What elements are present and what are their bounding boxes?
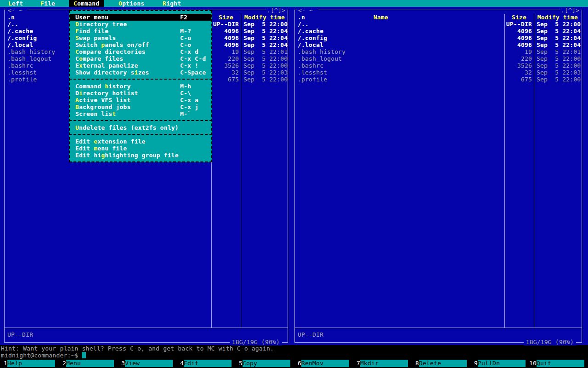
file-size: 4096	[454, 34, 532, 41]
menu-item-shortcut: C-x d	[180, 48, 198, 55]
file-row[interactable]: .bash_logout220Sep 5 22:00	[295, 55, 581, 62]
menubar-item-command[interactable]: Command	[69, 0, 104, 7]
menu-item-label: Command history	[75, 83, 130, 90]
menu-item-edit-extension-file[interactable]: Edit extension file	[70, 138, 211, 145]
file-name: .bash_logout	[298, 55, 342, 62]
menubar-item-right[interactable]: Right	[163, 0, 181, 7]
file-row[interactable]: /.local4096Sep 5 22:04	[295, 41, 581, 48]
menu-item-active-vfs-list[interactable]: Active VFS listC-x a	[70, 97, 211, 104]
menu-item-show-directory-sizes[interactable]: Show directory sizesC-Space	[70, 69, 211, 76]
function-key-bar: 1Help2Menu3View4Edit5Copy6RenMov7Mkdir8D…	[0, 360, 588, 368]
label-pre: D	[75, 90, 79, 97]
column-header-name[interactable]: Name	[301, 14, 460, 21]
column-header-size[interactable]: Size	[211, 14, 241, 21]
label-pre: C	[75, 55, 79, 62]
fkey-label: Help	[7, 360, 55, 367]
column-header-modify-time[interactable]: Modify time	[241, 14, 288, 21]
menu-item-compare-files[interactable]: Compare filesC-x C-d	[70, 55, 211, 62]
fkey-help[interactable]: 1Help	[0, 360, 59, 367]
fkey-edit[interactable]: 4Edit	[176, 360, 235, 367]
menu-item-label: Find file	[75, 28, 108, 34]
menubar-item-options[interactable]: Options	[119, 0, 144, 7]
column-header-size[interactable]: Size	[504, 14, 534, 21]
menu-separator	[70, 76, 211, 83]
label-post: ctive VFS list	[79, 97, 130, 104]
fkey-label: PullDn	[478, 360, 526, 367]
menubar-item-file[interactable]: File	[40, 0, 55, 7]
menubar-item-left[interactable]: Left	[8, 0, 23, 7]
label-hotkey: O	[119, 0, 122, 7]
label-hotkey: S	[75, 34, 79, 41]
file-mtime: Sep 5 22:04	[537, 34, 581, 41]
fkey-number: 9	[470, 360, 478, 367]
menu-item-undelete-files-ext2fs-only[interactable]: Undelete files (ext2fs only)	[70, 124, 211, 131]
panel-path-title[interactable]: <- ~	[6, 7, 28, 14]
disk-usage-stats: 18G/19G (90%)	[524, 339, 576, 345]
fkey-menu[interactable]: 2Menu	[59, 360, 118, 367]
file-row[interactable]: .bashrc3526Sep 5 22:00	[295, 62, 581, 69]
panel-path-title[interactable]: <- ~	[297, 7, 318, 14]
column-header-modify-time[interactable]: Modify time	[534, 14, 582, 21]
menu-item-edit-menu-file[interactable]: Edit menu file	[70, 145, 211, 152]
menu-item-edit-highlighting-group-file[interactable]: Edit highlighting group file	[70, 152, 211, 159]
label-hotkey: D	[75, 21, 79, 28]
file-size: UP--DIR	[454, 21, 532, 28]
fkey-copy[interactable]: 5Copy	[235, 360, 294, 367]
label-pre: Command	[75, 83, 105, 90]
file-mtime: Sep 5 22:00	[243, 76, 288, 83]
file-mtime: Sep 5 22:04	[537, 28, 581, 34]
fkey-view[interactable]: 3View	[118, 360, 176, 367]
menu-item-command-history[interactable]: Command historyM-h	[70, 83, 211, 90]
menu-item-shortcut: M-h	[180, 83, 191, 90]
menu-item-compare-directories[interactable]: Compare directoriesC-x d	[70, 48, 211, 55]
menu-item-shortcut: M-?	[180, 28, 191, 34]
file-name: /.local	[298, 41, 323, 48]
menu-item-shortcut: C-u	[180, 34, 191, 41]
file-row[interactable]: /..UP--DIRSep 5 22:00	[295, 21, 581, 28]
menu-item-label: Switch panels on/off	[75, 41, 149, 48]
fkey-label: Delete	[419, 360, 467, 367]
label-hotkey: B	[75, 104, 79, 110]
label-hotkey: t	[112, 110, 116, 117]
label-hotkey: p	[101, 41, 105, 48]
label-pre: User menu	[75, 14, 108, 21]
fkey-pulldn[interactable]: 9PullDn	[470, 360, 529, 367]
label-post: ommand	[77, 0, 99, 7]
fkey-renmov[interactable]: 6RenMov	[294, 360, 353, 367]
menu-item-directory-hotlist[interactable]: Directory hotlistC-\	[70, 90, 211, 97]
label-post: ackground jobs	[79, 104, 130, 110]
file-size: 4096	[454, 28, 532, 34]
menu-item-background-jobs[interactable]: Background jobsC-x j	[70, 104, 211, 110]
file-row[interactable]: .profile675Sep 5 22:00	[295, 76, 581, 83]
panel-corner-marks[interactable]: .[^]>	[560, 7, 580, 14]
menu-item-find-file[interactable]: Find fileM-?	[70, 28, 211, 34]
fkey-mkdir[interactable]: 7Mkdir	[353, 360, 412, 367]
fkey-delete[interactable]: 8Delete	[412, 360, 470, 367]
file-row[interactable]: /.config4096Sep 5 22:04	[295, 34, 581, 41]
menu-item-screen-list[interactable]: Screen listM-`	[70, 110, 211, 117]
label-post: istory	[108, 83, 130, 90]
file-row[interactable]: .lesshst32Sep 5 22:03	[295, 69, 581, 76]
menu-item-user-menu[interactable]: User menuF2	[70, 14, 211, 21]
label-pre: Edit	[75, 138, 94, 145]
menu-item-directory-tree[interactable]: Directory tree	[70, 21, 211, 28]
file-mtime: Sep 5 22:00	[243, 21, 288, 28]
label-post: irectory tree	[79, 21, 127, 28]
shell-prompt-line[interactable]: midnight@commander:~$	[1, 352, 588, 359]
file-name: .profile	[298, 76, 327, 83]
file-name: /..	[7, 21, 18, 28]
menu-item-switch-panels-on-off[interactable]: Switch panels on/offC-o	[70, 41, 211, 48]
right-file-panel: <- ~ .[^]>.nNameSizeModify time/..UP--DI…	[294, 7, 582, 345]
panel-corner-marks[interactable]: .[^]>	[266, 7, 286, 14]
menu-item-external-panelize[interactable]: External panelizeC-x !	[70, 62, 211, 69]
label-hotkey: i	[79, 90, 83, 97]
file-row[interactable]: /.cache4096Sep 5 22:04	[295, 28, 581, 34]
label-hotkey: C	[75, 48, 79, 55]
label-post: ptions	[122, 0, 144, 7]
file-row[interactable]: .bash_history19Sep 5 22:01	[295, 48, 581, 55]
label-pre: Edit	[75, 145, 94, 152]
fkey-quit[interactable]: 10Quit	[529, 360, 588, 367]
menu-item-shortcut: C-x a	[180, 97, 198, 104]
label-hotkey: o	[79, 55, 83, 62]
menu-item-swap-panels[interactable]: Swap panelsC-u	[70, 34, 211, 41]
